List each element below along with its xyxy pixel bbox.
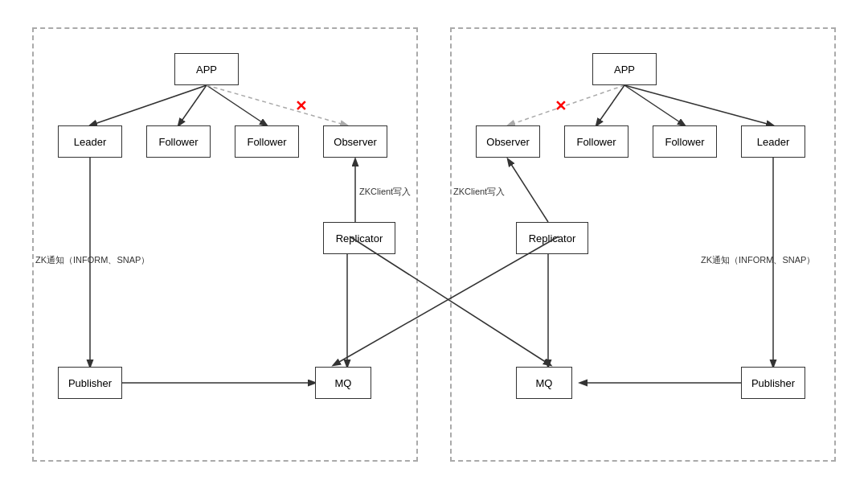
right-leader-node: Leader (741, 125, 805, 158)
right-zkclient-label: ZKClient写入 (453, 186, 505, 198)
diagram-container: APP Leader Follower Follower Observer Re… (8, 11, 860, 478)
left-dashed-box: APP Leader Follower Follower Observer Re… (32, 27, 418, 462)
left-follower2-node: Follower (235, 125, 299, 158)
right-follower1-node: Follower (564, 125, 628, 158)
left-leader-node: Leader (58, 125, 122, 158)
left-zknotify-label: ZK通知（INFORM、SNAP） (35, 254, 149, 266)
svg-line-9 (596, 85, 624, 125)
svg-line-2 (207, 85, 267, 125)
right-observer-node: Observer (476, 125, 540, 158)
svg-line-10 (624, 85, 685, 125)
left-replicator-node: Replicator (323, 222, 395, 254)
left-follower1-node: Follower (146, 125, 211, 158)
left-mq-node: MQ (315, 367, 371, 399)
left-zkclient-label: ZKClient写入 (359, 186, 411, 198)
right-dashed-box: APP Observer Follower Follower Leader Re… (450, 27, 836, 462)
left-red-x: ✕ (295, 97, 307, 115)
left-observer-node: Observer (323, 125, 387, 158)
right-replicator-node: Replicator (516, 222, 588, 254)
right-follower2-node: Follower (653, 125, 717, 158)
svg-line-3 (207, 85, 347, 125)
left-publisher-node: Publisher (58, 367, 122, 399)
svg-line-11 (624, 85, 773, 125)
right-red-x: ✕ (555, 97, 567, 115)
right-publisher-node: Publisher (741, 367, 805, 399)
right-app-node: APP (592, 53, 657, 85)
svg-line-1 (178, 85, 207, 125)
right-zknotify-label: ZK通知（INFORM、SNAP） (701, 254, 815, 266)
svg-line-0 (90, 85, 207, 125)
svg-line-12 (508, 159, 548, 222)
right-mq-node: MQ (516, 367, 572, 399)
left-app-node: APP (174, 53, 239, 85)
